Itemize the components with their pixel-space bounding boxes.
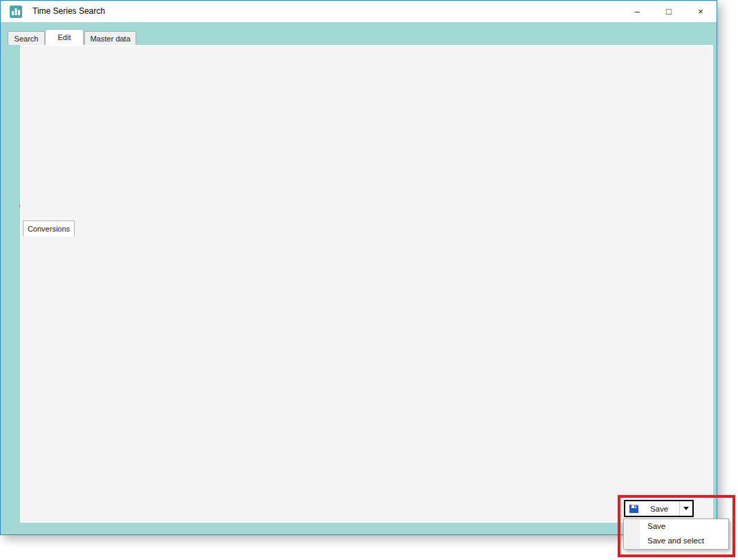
window-controls: – □ × (621, 1, 717, 22)
title-bar: Time Series Search – □ × (1, 1, 717, 22)
window-title: Time Series Search (33, 6, 105, 16)
close-button[interactable]: × (685, 1, 717, 22)
tab-edit[interactable]: Edit (45, 29, 84, 45)
annotation-highlight-rectangle (618, 495, 735, 557)
tab-master-data[interactable]: Master data (84, 31, 136, 45)
tab-search[interactable]: Search (8, 31, 45, 45)
screen: Time Series Search – □ × Search Edit Mas… (0, 0, 738, 560)
tab-conversions[interactable]: Conversions (23, 221, 75, 236)
edit-tab-page (20, 45, 713, 523)
maximize-button[interactable]: □ (653, 1, 685, 22)
minimize-button[interactable]: – (621, 1, 653, 22)
app-window: Time Series Search – □ × Search Edit Mas… (0, 0, 717, 535)
app-icon (10, 6, 22, 18)
